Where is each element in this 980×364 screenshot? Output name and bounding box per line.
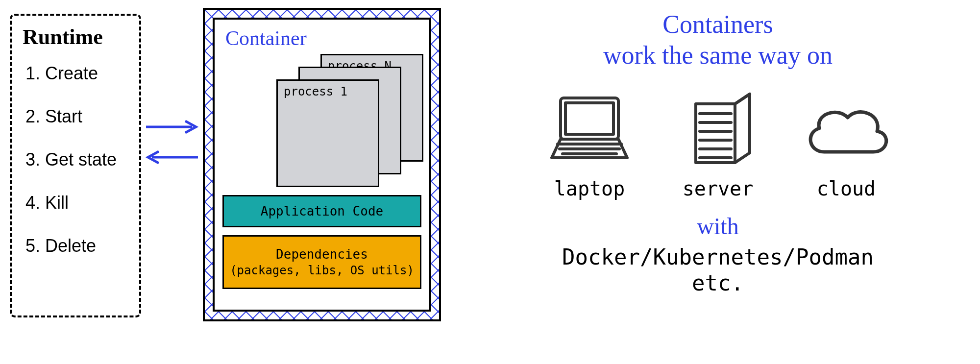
cloud-icon	[800, 89, 893, 174]
tools-line-1: Docker/Kubernetes/Podman	[470, 244, 965, 270]
arrow-right-icon	[145, 120, 199, 134]
runtime-item-delete: 5. Delete	[25, 236, 130, 256]
runtime-item-start: 2. Start	[25, 106, 130, 127]
tools-line-2: etc.	[470, 270, 965, 296]
runtime-item-kill: 4. Kill	[25, 193, 130, 213]
server-icon	[671, 89, 764, 174]
cloud-label: cloud	[817, 177, 876, 200]
app-code-block: Application Code	[222, 195, 421, 227]
process-card-1: process 1	[276, 79, 379, 187]
arrow-left-icon	[145, 150, 199, 165]
headline-1: Containers	[470, 10, 965, 39]
with-label: with	[470, 213, 965, 240]
runtime-item-create: 1. Create	[25, 63, 130, 84]
svg-line-8	[735, 94, 750, 104]
runtime-box: Runtime 1. Create 2. Start 3. Get state …	[10, 14, 141, 317]
runtime-title: Runtime	[23, 24, 130, 49]
runtime-list: 1. Create 2. Start 3. Get state 4. Kill …	[21, 63, 130, 256]
dependencies-sub: (packages, libs, OS utils)	[230, 264, 414, 277]
targets-row: laptop serve	[470, 89, 965, 200]
container-inner: Container process N ... process 1 Applic…	[213, 18, 431, 312]
headline-2: work the same way on	[470, 41, 965, 70]
container-title: Container	[225, 26, 421, 50]
server-col: server	[671, 89, 764, 200]
app-code-label: Application Code	[261, 204, 383, 218]
container-box: Container process N ... process 1 Applic…	[203, 8, 441, 321]
laptop-label: laptop	[554, 177, 625, 200]
runtime-item-get-state: 3. Get state	[25, 149, 130, 170]
svg-rect-3	[565, 103, 613, 134]
server-label: server	[683, 177, 754, 200]
dependencies-block: Dependencies (packages, libs, OS utils)	[222, 235, 421, 289]
dependencies-title: Dependencies	[276, 247, 368, 262]
cloud-col: cloud	[800, 89, 893, 200]
laptop-icon	[543, 89, 636, 174]
right-panel: Containers work the same way on laptop	[470, 10, 965, 296]
process-stack: process N ... process 1	[276, 54, 421, 186]
laptop-col: laptop	[543, 89, 636, 200]
